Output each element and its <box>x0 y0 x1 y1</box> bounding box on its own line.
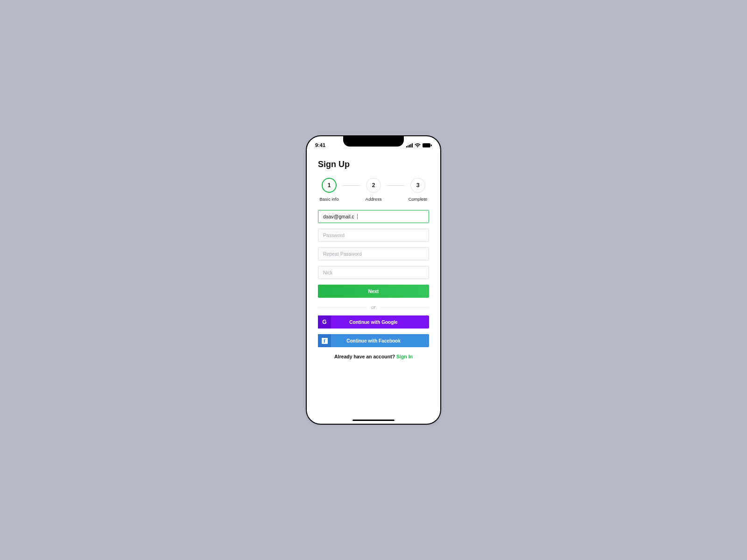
divider-row: or <box>318 304 429 310</box>
google-button[interactable]: G Continue with Google <box>318 315 429 329</box>
step-3-label: Complete <box>409 196 428 202</box>
step-1-label: Basic info <box>319 196 338 202</box>
footer-prompt: Already have an account? <box>334 354 396 359</box>
step-3-circle: 3 <box>410 178 425 193</box>
svg-rect-5 <box>423 143 430 147</box>
divider-text: or <box>371 304 375 310</box>
nick-field[interactable]: Nick <box>318 266 429 279</box>
next-button[interactable]: Next <box>318 285 429 298</box>
repeat-password-placeholder: Repeat Password <box>323 251 362 257</box>
svg-rect-1 <box>408 145 409 147</box>
step-connector <box>387 185 405 186</box>
step-2-circle: 2 <box>366 178 381 193</box>
email-value: daav@gmail.c <box>323 214 354 219</box>
phone-frame: 9:41 Sign Up 1 Basic info 2 Address 3 Co… <box>306 135 441 425</box>
facebook-icon: f <box>318 334 331 347</box>
google-label: Continue with Google <box>331 320 429 325</box>
step-2-label: Address <box>366 196 382 202</box>
facebook-button[interactable]: f Continue with Facebook <box>318 334 429 347</box>
step-1-circle: 1 <box>322 178 337 193</box>
signin-link[interactable]: Sign In <box>396 354 413 359</box>
password-field[interactable]: Password <box>318 229 429 242</box>
screen-content: Sign Up 1 Basic info 2 Address 3 Complet… <box>307 150 440 359</box>
signup-form: daav@gmail.c Password Repeat Password Ni… <box>318 210 429 359</box>
svg-rect-6 <box>431 144 432 146</box>
step-3: 3 Complete <box>407 178 429 202</box>
battery-icon <box>423 143 432 147</box>
svg-rect-2 <box>409 145 410 147</box>
step-2: 2 Address <box>362 178 385 202</box>
divider-line <box>381 307 429 308</box>
facebook-label: Continue with Facebook <box>331 338 429 343</box>
divider-line <box>318 307 366 308</box>
phone-notch <box>343 135 404 147</box>
nick-placeholder: Nick <box>323 270 332 275</box>
repeat-password-field[interactable]: Repeat Password <box>318 247 429 260</box>
status-time: 9:41 <box>315 142 325 148</box>
home-indicator <box>352 420 395 421</box>
footer-text: Already have an account? Sign In <box>318 354 429 359</box>
step-1: 1 Basic info <box>318 178 340 202</box>
svg-rect-0 <box>406 146 407 147</box>
svg-rect-3 <box>410 144 411 147</box>
cellular-icon <box>406 143 413 147</box>
next-button-label: Next <box>368 288 379 294</box>
page-title: Sign Up <box>318 160 429 169</box>
progress-stepper: 1 Basic info 2 Address 3 Complete <box>318 178 429 202</box>
password-placeholder: Password <box>323 232 345 238</box>
status-icons <box>406 143 432 147</box>
google-icon: G <box>318 315 331 329</box>
text-cursor <box>357 214 358 219</box>
email-field[interactable]: daav@gmail.c <box>318 210 429 223</box>
wifi-icon <box>415 143 421 147</box>
step-connector <box>342 185 360 186</box>
svg-rect-4 <box>412 143 413 147</box>
